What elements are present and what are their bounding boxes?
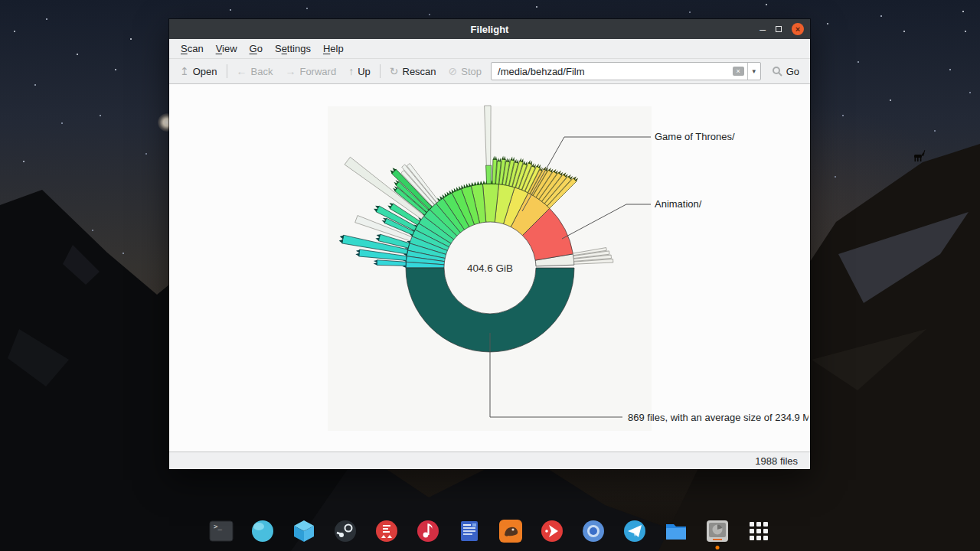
dock-item-chromium[interactable] — [580, 518, 606, 544]
dock-item-red-media[interactable] — [374, 518, 400, 544]
center-size-label: 404.6 GiB — [467, 262, 513, 274]
chart-svg: Game of Thrones/Animation/869 files, wit… — [169, 84, 808, 452]
back-icon: ← — [237, 66, 247, 77]
status-bar: 1988 files — [169, 452, 810, 469]
dock-item-music-player[interactable] — [415, 518, 441, 544]
title-bar[interactable]: Filelight – × — [169, 19, 810, 39]
menu-go[interactable]: Go — [244, 41, 268, 57]
window-title: Filelight — [169, 24, 810, 35]
toolbar-separator — [380, 64, 381, 78]
dock-item-file-manager[interactable] — [663, 518, 689, 544]
svg-text:Animation/: Animation/ — [655, 198, 702, 210]
toolbar: ↥ Open ← Back → Forward ↑ Up ↻ Rescan ⊘ … — [169, 59, 810, 84]
up-icon: ↑ — [348, 66, 354, 77]
dock-item-writer-docs[interactable] — [456, 518, 482, 544]
forward-icon: → — [285, 66, 296, 77]
location-dropdown-button[interactable]: ▾ — [747, 63, 760, 80]
back-button[interactable]: ← Back — [230, 63, 279, 80]
stop-button[interactable]: ⊘ Stop — [443, 63, 488, 80]
rescan-icon: ↻ — [390, 66, 399, 77]
dock-item-cube-3d[interactable] — [291, 518, 317, 544]
running-indicator — [716, 546, 720, 549]
up-button[interactable]: ↑ Up — [342, 63, 377, 80]
menu-scan[interactable]: Scan — [175, 41, 209, 57]
maximize-button[interactable] — [776, 26, 782, 32]
location-bar: × ▾ — [491, 62, 761, 80]
toolbar-separator — [227, 64, 227, 78]
go-icon — [772, 66, 782, 77]
menu-view[interactable]: View — [211, 41, 243, 57]
file-count: 1988 files — [755, 455, 798, 467]
stop-icon: ⊘ — [449, 66, 458, 77]
dock-item-telegram[interactable] — [622, 518, 648, 544]
svg-text:869 files, with an average siz: 869 files, with an average size of 234.9… — [628, 412, 808, 423]
location-input[interactable] — [492, 66, 733, 77]
clear-location-icon[interactable]: × — [733, 67, 744, 76]
chart-view[interactable]: Game of Thrones/Animation/869 files, wit… — [169, 84, 810, 452]
close-button[interactable]: × — [792, 23, 804, 35]
minimize-button[interactable]: – — [760, 25, 766, 33]
dock-item-app-launcher[interactable] — [746, 518, 772, 544]
svg-text:>_: >_ — [214, 523, 222, 530]
open-button[interactable]: ↥ Open — [174, 63, 224, 80]
dock-item-gimp[interactable] — [498, 518, 524, 544]
forward-button[interactable]: → Forward — [279, 63, 342, 80]
rescan-button[interactable]: ↻ Rescan — [384, 63, 443, 80]
dock-item-media-player[interactable] — [539, 518, 565, 544]
open-icon: ↥ — [180, 66, 189, 77]
menu-bar: Scan View Go Settings Help — [169, 39, 810, 59]
dock-item-filelight[interactable] — [704, 518, 730, 544]
menu-help[interactable]: Help — [318, 41, 349, 57]
dock-item-terminal[interactable]: >_ — [208, 518, 234, 544]
svg-text:Game of Thrones/: Game of Thrones/ — [655, 131, 735, 142]
menu-settings[interactable]: Settings — [270, 41, 316, 57]
chamois-silhouette — [914, 150, 925, 161]
go-button[interactable]: Go — [766, 63, 805, 80]
dock-item-steam[interactable] — [332, 518, 358, 544]
dock: >_ — [0, 518, 980, 544]
dock-item-browser-sphere[interactable] — [250, 518, 276, 544]
filelight-window: Filelight – × Scan View Go Settings Help… — [169, 19, 810, 469]
